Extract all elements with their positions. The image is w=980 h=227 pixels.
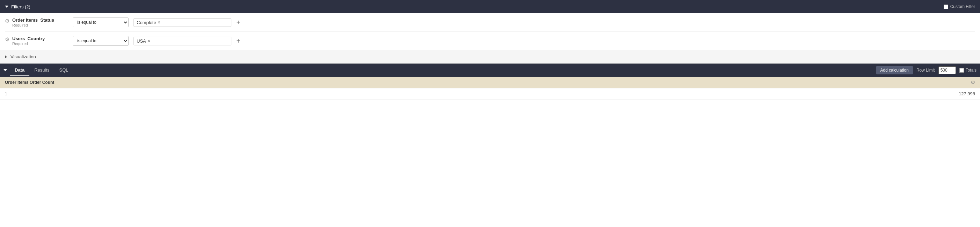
- filter-field-label-1: ⚙ Order Items Status Required: [5, 17, 68, 27]
- tab-results[interactable]: Results: [29, 65, 54, 76]
- row-limit-label: Row Limit: [916, 68, 935, 73]
- filter-row-1: ⚙ Order Items Status Required is equal t…: [5, 13, 975, 32]
- visualization-title: Visualization: [11, 54, 36, 59]
- table-column-name: Order Items Order Count: [5, 80, 54, 85]
- filter-value-container-1: Complete × +: [134, 18, 301, 27]
- filter-field-text-2: Users Country Required: [12, 36, 45, 46]
- filter-value-container-2: USA × +: [134, 37, 301, 45]
- custom-filter-label[interactable]: Custom Filter: [943, 4, 975, 9]
- filter-field-label-2: ⚙ Users Country Required: [5, 36, 68, 46]
- filter-tag-2: USA ×: [137, 38, 150, 44]
- visualization-section[interactable]: Visualization: [0, 50, 980, 63]
- filters-title: Filters (2): [11, 4, 30, 10]
- filter-operator-1[interactable]: is equal to is not equal to contains: [73, 17, 129, 27]
- filter-field-prefix-1: Order Items: [12, 17, 38, 23]
- tab-data[interactable]: Data: [10, 65, 29, 76]
- row-value: 127,998: [959, 91, 975, 96]
- visualization-chevron-icon: [5, 55, 7, 59]
- filters-header: Filters (2) Custom Filter: [0, 0, 980, 13]
- custom-filter-text: Custom Filter: [950, 4, 975, 9]
- filter-add-value-btn-2[interactable]: +: [235, 37, 242, 45]
- table-row: 1 127,998: [0, 88, 980, 100]
- filter-tag-remove-1[interactable]: ×: [158, 20, 161, 25]
- filter-field-text-1: Order Items Status Required: [12, 17, 54, 27]
- data-header: Data Results SQL Add calculation Row Lim…: [0, 63, 980, 77]
- filter-tag-remove-2[interactable]: ×: [148, 38, 150, 43]
- filter-field-required-2: Required: [12, 41, 45, 46]
- filter-field-name-2: Users Country: [12, 36, 45, 41]
- filter-field-bold-1: Status: [40, 17, 54, 23]
- tab-sql[interactable]: SQL: [54, 65, 73, 76]
- add-calculation-button[interactable]: Add calculation: [876, 66, 913, 75]
- totals-text: Totals: [966, 68, 977, 73]
- filter-field-name-1: Order Items Status: [12, 17, 54, 23]
- filter-tag-1: Complete ×: [137, 20, 161, 25]
- filter-row-2: ⚙ Users Country Required is equal to is …: [5, 32, 975, 50]
- filters-header-left: Filters (2): [5, 4, 30, 10]
- custom-filter-checkbox[interactable]: [943, 5, 948, 9]
- filter-tag-value-1: Complete: [137, 20, 156, 25]
- data-table-wrapper: Order Items Order Count ⚙ 1 127,998: [0, 77, 980, 100]
- filter-field-required-1: Required: [12, 23, 54, 27]
- data-chevron-icon[interactable]: [3, 69, 7, 71]
- filter-tag-value-2: USA: [137, 38, 146, 44]
- totals-label[interactable]: Totals: [959, 68, 977, 73]
- filters-chevron-icon[interactable]: [5, 6, 8, 8]
- row-limit-input[interactable]: [939, 67, 956, 74]
- filter-operator-select-2[interactable]: is equal to is not equal to contains: [73, 36, 129, 46]
- table-header-row: Order Items Order Count ⚙: [0, 77, 980, 88]
- filter-operator-2[interactable]: is equal to is not equal to contains: [73, 36, 129, 46]
- filter-value-box-2[interactable]: USA ×: [134, 37, 231, 45]
- filter-gear-icon-2[interactable]: ⚙: [5, 37, 10, 43]
- filter-add-value-btn-1[interactable]: +: [235, 18, 242, 27]
- filters-body: ⚙ Order Items Status Required is equal t…: [0, 13, 980, 50]
- filter-value-box-1[interactable]: Complete ×: [134, 18, 231, 27]
- filter-field-bold-2: Country: [27, 36, 45, 41]
- filter-field-prefix-2: Users: [12, 36, 25, 41]
- filter-operator-select-1[interactable]: is equal to is not equal to contains: [73, 17, 129, 27]
- data-header-right: Add calculation Row Limit Totals: [876, 66, 977, 75]
- totals-checkbox[interactable]: [959, 68, 964, 73]
- table-data-rows: 1 127,998: [0, 88, 980, 100]
- table-column-gear-icon[interactable]: ⚙: [970, 79, 975, 86]
- filter-gear-icon-1[interactable]: ⚙: [5, 18, 10, 24]
- row-number: 1: [5, 92, 12, 96]
